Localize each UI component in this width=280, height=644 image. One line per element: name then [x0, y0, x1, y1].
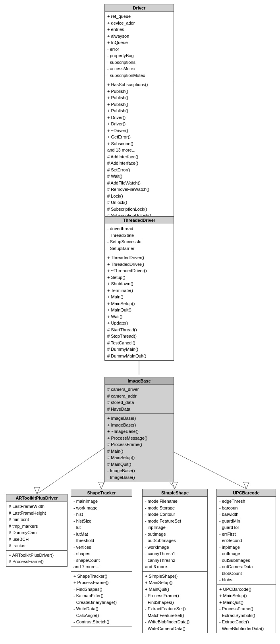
threaded-driver-attributes: - driverthread - ThreadState - SetupSucc… — [105, 224, 174, 253]
shape-tracker-box: ShapeTracker - mainImage - workImage - h… — [71, 489, 132, 627]
simple-shape-methods: + SimpleShape() + MainSetup() + MainQuit… — [143, 572, 207, 633]
image-base-attributes: # camera_driver # camera_addr # stored_d… — [105, 385, 174, 414]
image-base-methods: + ImageBase() + ImageBase() + ~ImageBase… — [105, 414, 174, 482]
upc-barcode-title: UPCBarcode — [217, 489, 276, 497]
artoolkit-methods: + ARToolkitPlusDriver() # ProcessFrame() — [6, 551, 67, 566]
image-base-box: ImageBase # camera_driver # camera_addr … — [104, 377, 174, 482]
diagram-container: Driver + ret_queue + device_addr + entri… — [0, 0, 280, 644]
svg-marker-10 — [243, 482, 249, 489]
upc-barcode-box: UPCBarcode - edgeThresh - barcoun - barw… — [216, 489, 276, 633]
driver-title: Driver — [105, 4, 174, 12]
simple-shape-attributes: - modelFilename - modelStorage - modelCo… — [143, 497, 207, 572]
upc-barcode-methods: + UPCBarcode() + MainSetup() + MainQuit(… — [217, 585, 276, 633]
driver-methods: + HasSubscriptions() + Publish() + Publi… — [105, 80, 174, 227]
threaded-driver-title: ThreadedDriver — [105, 217, 174, 224]
artoolkit-attributes: # LastFrameWidth # LastFrameHeight # min… — [6, 502, 67, 551]
threaded-driver-box: ThreadedDriver - driverthread - ThreadSt… — [104, 216, 174, 361]
driver-box: Driver + ret_queue + device_addr + entri… — [104, 4, 174, 227]
shape-tracker-title: ShapeTracker — [71, 489, 132, 497]
svg-marker-8 — [172, 482, 178, 489]
driver-attributes: + ret_queue + device_addr + entries + al… — [105, 12, 174, 80]
simple-shape-title: SimpleShape — [143, 489, 207, 497]
shape-tracker-methods: + ShapeTracker() + ProcessFrame() - Find… — [71, 572, 132, 627]
artoolkit-title: ARToolkitPlusDriver — [6, 494, 67, 502]
simple-shape-box: SimpleShape - modelFilename - modelStora… — [142, 489, 208, 633]
upc-barcode-attributes: - edgeThresh - barcoun - barwidth - guar… — [217, 497, 276, 585]
svg-line-11 — [37, 440, 115, 494]
artoolkit-box: ARToolkitPlusDriver # LastFrameWidth # L… — [6, 494, 68, 567]
threaded-driver-methods: + ThreadedDriver() + ThreadedDriver() + … — [105, 253, 174, 360]
shape-tracker-attributes: - mainImage - workImage - hist - histSiz… — [71, 497, 132, 572]
image-base-title: ImageBase — [105, 377, 174, 385]
svg-marker-12 — [34, 487, 40, 494]
svg-marker-6 — [98, 482, 104, 489]
